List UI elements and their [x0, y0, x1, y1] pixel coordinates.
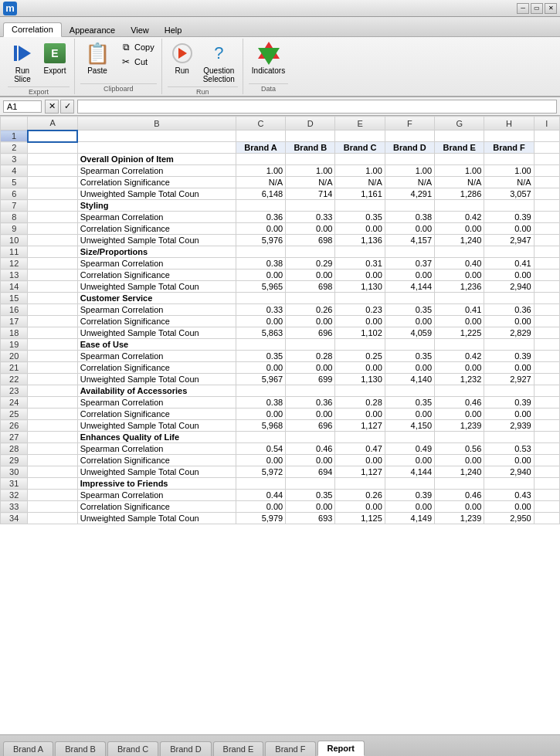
- cell-5-a[interactable]: [28, 177, 77, 188]
- cell-28-a[interactable]: [28, 443, 77, 455]
- cell-20-f[interactable]: 0.35: [385, 351, 434, 362]
- cell-1-h[interactable]: [484, 131, 534, 142]
- cell-7-b[interactable]: Styling: [77, 200, 236, 212]
- row-header-18[interactable]: 18: [1, 327, 28, 339]
- cell-34-c[interactable]: 5,979: [236, 513, 285, 524]
- cell-22-c[interactable]: 5,967: [236, 374, 285, 385]
- cell-21-b[interactable]: Correlation Significance: [77, 362, 236, 374]
- cell-6-h[interactable]: 3,057: [484, 188, 534, 200]
- cell-3-b[interactable]: Overall Opinion of Item: [77, 154, 236, 165]
- cell-32-f[interactable]: 0.39: [385, 490, 434, 501]
- cell-24-f[interactable]: 0.35: [385, 397, 434, 409]
- row-header-26[interactable]: 26: [1, 420, 28, 432]
- cell-33-b[interactable]: Correlation Significance: [77, 501, 236, 513]
- col-header-a[interactable]: A: [28, 117, 77, 131]
- cell-26-c[interactable]: 5,968: [236, 420, 285, 432]
- row-header-33[interactable]: 33: [1, 501, 28, 513]
- cell-4-d[interactable]: 1.00: [286, 165, 335, 177]
- row-header-7[interactable]: 7: [1, 200, 28, 212]
- cell-22-b[interactable]: Unweighted Sample Total Coun: [77, 374, 236, 385]
- row-header-27[interactable]: 27: [1, 432, 28, 443]
- cell-10-b[interactable]: Unweighted Sample Total Coun: [77, 235, 236, 246]
- sheet-tab-brand-e[interactable]: Brand E: [213, 741, 264, 756]
- cell-31-e[interactable]: [335, 478, 385, 490]
- cell-9-b[interactable]: Correlation Significance: [77, 223, 236, 235]
- cell-30-g[interactable]: 1,240: [435, 466, 484, 478]
- sheet-tab-brand-b[interactable]: Brand B: [55, 741, 106, 756]
- cell-32-a[interactable]: [28, 490, 77, 501]
- cell-32-c[interactable]: 0.44: [236, 490, 285, 501]
- cell-29-e[interactable]: 0.00: [335, 455, 385, 466]
- cell-5-b[interactable]: Correlation Significance: [77, 177, 236, 188]
- col-header-i[interactable]: I: [534, 117, 559, 131]
- cell-5-h[interactable]: N/A: [484, 177, 534, 188]
- row-header-17[interactable]: 17: [1, 316, 28, 327]
- cell-31-a[interactable]: [28, 478, 77, 490]
- cell-13-d[interactable]: 0.00: [286, 270, 335, 281]
- row-header-9[interactable]: 9: [1, 223, 28, 235]
- cell-2-h[interactable]: Brand F: [484, 142, 534, 154]
- cell-6-i[interactable]: [534, 188, 559, 200]
- tab-appearance[interactable]: Appearance: [62, 24, 123, 36]
- cell-34-e[interactable]: 1,125: [335, 513, 385, 524]
- cell-31-f[interactable]: [385, 478, 434, 490]
- cell-4-g[interactable]: 1.00: [435, 165, 484, 177]
- cell-31-i[interactable]: [534, 478, 559, 490]
- cell-31-h[interactable]: [484, 478, 534, 490]
- cell-18-f[interactable]: 4,059: [385, 327, 434, 339]
- indicators-button[interactable]: Indicators: [249, 40, 288, 76]
- row-header-11[interactable]: 11: [1, 246, 28, 258]
- copy-button[interactable]: ⧉ Copy: [117, 40, 157, 54]
- cell-19-e[interactable]: [335, 339, 385, 351]
- cell-3-a[interactable]: [28, 154, 77, 165]
- cell-19-b[interactable]: Ease of Use: [77, 339, 236, 351]
- cell-25-c[interactable]: 0.00: [236, 409, 285, 420]
- col-header-c[interactable]: C: [236, 117, 285, 131]
- row-header-32[interactable]: 32: [1, 490, 28, 501]
- cell-10-a[interactable]: [28, 235, 77, 246]
- cell-6-a[interactable]: [28, 188, 77, 200]
- col-header-d[interactable]: D: [286, 117, 335, 131]
- cell-15-b[interactable]: Customer Service: [77, 293, 236, 304]
- cell-8-h[interactable]: 0.39: [484, 212, 534, 223]
- col-header-b[interactable]: B: [77, 117, 236, 131]
- cell-12-b[interactable]: Spearman Correlation: [77, 258, 236, 270]
- cell-22-e[interactable]: 1,130: [335, 374, 385, 385]
- cell-34-d[interactable]: 693: [286, 513, 335, 524]
- row-header-16[interactable]: 16: [1, 304, 28, 316]
- cell-10-d[interactable]: 698: [286, 235, 335, 246]
- cell-16-a[interactable]: [28, 304, 77, 316]
- cell-25-d[interactable]: 0.00: [286, 409, 335, 420]
- cell-10-e[interactable]: 1,136: [335, 235, 385, 246]
- col-header-f[interactable]: F: [385, 117, 434, 131]
- cell-13-h[interactable]: 0.00: [484, 270, 534, 281]
- cell-9-i[interactable]: [534, 223, 559, 235]
- cell-25-f[interactable]: 0.00: [385, 409, 434, 420]
- cell-7-d[interactable]: [286, 200, 335, 212]
- cell-10-g[interactable]: 1,240: [435, 235, 484, 246]
- cell-19-i[interactable]: [534, 339, 559, 351]
- cell-4-b[interactable]: Spearman Correlation: [77, 165, 236, 177]
- cell-7-a[interactable]: [28, 200, 77, 212]
- cell-23-i[interactable]: [534, 385, 559, 397]
- cell-18-g[interactable]: 1,225: [435, 327, 484, 339]
- cell-27-f[interactable]: [385, 432, 434, 443]
- cell-29-a[interactable]: [28, 455, 77, 466]
- cell-11-b[interactable]: Size/Proportions: [77, 246, 236, 258]
- cell-18-i[interactable]: [534, 327, 559, 339]
- cell-23-f[interactable]: [385, 385, 434, 397]
- cell-4-e[interactable]: 1.00: [335, 165, 385, 177]
- cell-24-g[interactable]: 0.46: [435, 397, 484, 409]
- sheet-tab-brand-a[interactable]: Brand A: [3, 741, 53, 756]
- cancel-formula-button[interactable]: ✕: [45, 100, 59, 114]
- cell-23-c[interactable]: [236, 385, 285, 397]
- cell-8-b[interactable]: Spearman Correlation: [77, 212, 236, 223]
- cell-19-h[interactable]: [484, 339, 534, 351]
- cell-6-b[interactable]: Unweighted Sample Total Coun: [77, 188, 236, 200]
- cell-2-a[interactable]: [28, 142, 77, 154]
- cell-13-f[interactable]: 0.00: [385, 270, 434, 281]
- cell-1-c[interactable]: [236, 131, 285, 142]
- cell-12-i[interactable]: [534, 258, 559, 270]
- cell-26-f[interactable]: 4,150: [385, 420, 434, 432]
- cell-26-g[interactable]: 1,239: [435, 420, 484, 432]
